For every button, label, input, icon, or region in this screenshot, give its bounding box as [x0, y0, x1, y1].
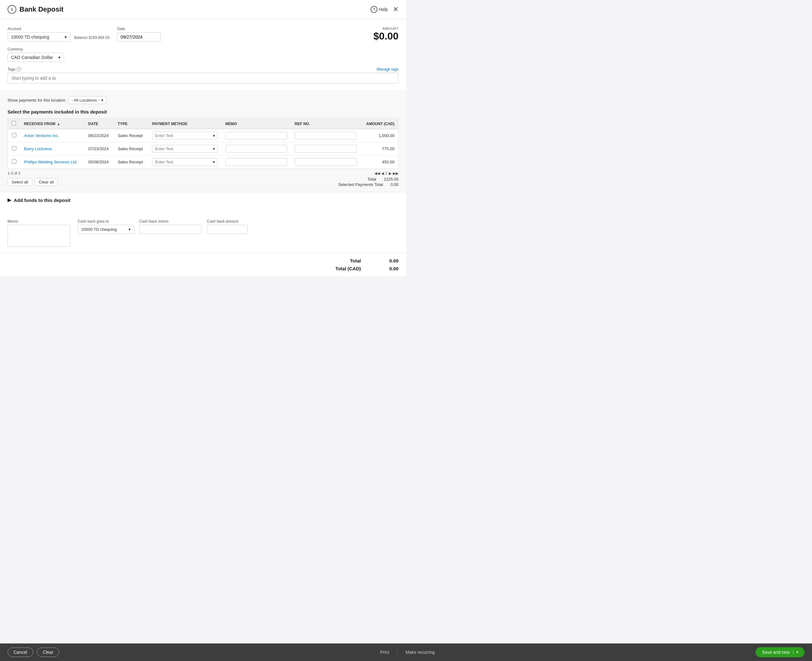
- table-row: Barry Lockness 07/23/2024 Sales Receipt …: [8, 142, 399, 155]
- cashback-memo-label: Cash back memo: [139, 219, 202, 224]
- account-balance: Balance $169,804.50: [74, 35, 109, 40]
- selected-total-row: Selected Payments Total 0.00: [338, 182, 399, 187]
- cashback-goes-to-select[interactable]: 10000 TD chequing ▾: [78, 225, 134, 234]
- ref-input-1[interactable]: [295, 132, 357, 139]
- tags-label: Tags ?: [8, 67, 21, 72]
- cashback-group: Cash back goes to 10000 TD chequing ▾ Ca…: [78, 219, 399, 234]
- page-prev-icon[interactable]: ◀: [381, 171, 384, 176]
- page-title: Bank Deposit: [19, 5, 64, 13]
- final-total-label: Total: [350, 258, 361, 263]
- help-circle-icon: ?: [370, 6, 378, 13]
- total-row: Total 2225.00: [368, 177, 399, 182]
- location-select[interactable]: - All Locations - ▾: [69, 96, 106, 104]
- account-date-row: Account 10000 TD chequing ▾ Balance $169…: [8, 27, 399, 42]
- page-last-icon[interactable]: ▶▶: [393, 171, 399, 176]
- currency-select[interactable]: CAD Canadian Dollar ▾: [8, 53, 64, 62]
- received-from-link-2[interactable]: Barry Lockness: [24, 147, 53, 151]
- tags-section: Tags ? Manage tags: [8, 67, 399, 83]
- date-cell-2: 07/23/2024: [85, 142, 114, 155]
- select-all-checkbox-header[interactable]: [11, 121, 16, 125]
- date-cell-3: 05/08/2024: [85, 155, 114, 169]
- payments-table: RECEIVED FROM ▲ DATE TYPE PAYMENT METHOD…: [8, 118, 399, 169]
- received-from-link-3[interactable]: Phillips Welding Services Ltd.: [24, 160, 77, 164]
- col-payment-method: PAYMENT METHOD: [148, 118, 221, 129]
- cashback-goes-to-field: Cash back goes to 10000 TD chequing ▾: [78, 219, 134, 234]
- amount-section: AMOUNT $0.00: [373, 27, 399, 42]
- location-row: Show payments for this location: - All L…: [8, 96, 399, 104]
- received-from-link-1[interactable]: Avion Ventures Inc.: [24, 133, 59, 138]
- total-label: Total: [368, 177, 376, 182]
- header-left: $ Bank Deposit: [8, 5, 64, 14]
- row-checkbox-3[interactable]: [12, 159, 16, 164]
- location-value: - All Locations -: [72, 98, 99, 102]
- table-controls: 1-3 of 3 ◀◀ ◀ 1 ▶ ▶▶ Select all Clear al…: [8, 171, 399, 187]
- help-label: Help: [379, 7, 388, 12]
- payment-method-input-1[interactable]: [155, 133, 211, 138]
- payment-method-1[interactable]: ▾: [152, 132, 218, 139]
- row-checkbox-2[interactable]: [12, 146, 16, 150]
- amount-label: AMOUNT: [373, 27, 399, 30]
- account-group: Account 10000 TD chequing ▾ Balance $169…: [8, 27, 109, 42]
- col-memo: MEMO: [222, 118, 291, 129]
- help-button[interactable]: ? Help: [370, 6, 388, 13]
- add-funds-label: Add funds to this deposit: [14, 198, 70, 203]
- currency-select-value: CAD Canadian Dollar: [11, 55, 53, 60]
- payment-method-input-2[interactable]: [155, 147, 211, 151]
- bank-deposit-icon: $: [8, 5, 16, 14]
- ref-input-2[interactable]: [295, 145, 357, 153]
- amount-cell-2: 775.00: [361, 142, 399, 155]
- sort-icon: ▲: [57, 122, 60, 126]
- memo-input-2[interactable]: [225, 145, 287, 153]
- selected-total-label: Selected Payments Total: [338, 182, 383, 187]
- location-dropdown-icon: ▾: [101, 98, 104, 102]
- payment-method-dropdown-icon-1: ▾: [213, 133, 215, 138]
- ref-input-3[interactable]: [295, 158, 357, 166]
- header-right: ? Help ✕: [370, 5, 399, 13]
- memo-input-3[interactable]: [225, 158, 287, 166]
- final-total-row: Total 0.00: [350, 258, 399, 263]
- date-label: Date: [117, 27, 161, 31]
- select-all-button[interactable]: Select all: [8, 178, 32, 186]
- add-funds-arrow-icon: ▶: [8, 197, 11, 203]
- col-type: TYPE: [114, 118, 148, 129]
- payment-method-input-3[interactable]: [155, 160, 211, 164]
- final-total-cad-label: Total (CAD): [335, 266, 361, 271]
- page-first-icon[interactable]: ◀◀: [374, 171, 380, 176]
- cashback-memo-input[interactable]: [139, 225, 202, 234]
- memo-textarea[interactable]: [8, 225, 70, 247]
- clear-all-button[interactable]: Clear all: [35, 178, 58, 186]
- close-button[interactable]: ✕: [393, 5, 399, 13]
- table-row: Phillips Welding Services Ltd. 05/08/202…: [8, 155, 399, 169]
- date-group: Date: [117, 27, 161, 42]
- page-number: 1: [385, 171, 388, 176]
- tags-input[interactable]: [8, 73, 399, 83]
- cashback-amount-field: Cash back amount: [207, 219, 248, 234]
- currency-dropdown-icon: ▾: [58, 55, 61, 60]
- currency-form-group: Currency CAD Canadian Dollar ▾: [8, 47, 399, 62]
- payment-method-dropdown-icon-2: ▾: [213, 147, 215, 151]
- manage-tags-link[interactable]: Manage tags: [377, 67, 399, 72]
- page-next-icon[interactable]: ▶: [389, 171, 392, 176]
- add-funds-section: ▶ Add funds to this deposit: [0, 192, 406, 214]
- col-received-from: RECEIVED FROM ▲: [21, 118, 85, 129]
- add-funds-toggle[interactable]: ▶ Add funds to this deposit: [8, 197, 399, 203]
- final-total-cad-row: Total (CAD) 0.00: [335, 266, 399, 271]
- col-ref-no: REF NO.: [291, 118, 361, 129]
- memo-group: Memo: [8, 219, 70, 248]
- svg-text:$: $: [11, 7, 13, 12]
- type-cell-3: Sales Receipt: [114, 155, 148, 169]
- row-checkbox-1[interactable]: [12, 133, 16, 137]
- payment-method-3[interactable]: ▾: [152, 158, 218, 166]
- cashback-amount-input[interactable]: [207, 225, 248, 234]
- payments-section: Show payments for this location: - All L…: [0, 91, 406, 192]
- memo-input-1[interactable]: [225, 132, 287, 139]
- cashback-amount-label: Cash back amount: [207, 219, 248, 224]
- date-cell-1: 08/23/2024: [85, 129, 114, 142]
- col-date: DATE: [85, 118, 114, 129]
- account-select[interactable]: 10000 TD chequing ▾: [8, 32, 70, 42]
- payment-method-2[interactable]: ▾: [152, 145, 218, 153]
- memo-label: Memo: [8, 219, 70, 224]
- date-input[interactable]: [117, 32, 161, 42]
- cashback-dropdown-icon: ▾: [129, 227, 131, 232]
- currency-group: Currency CAD Canadian Dollar ▾: [8, 47, 399, 62]
